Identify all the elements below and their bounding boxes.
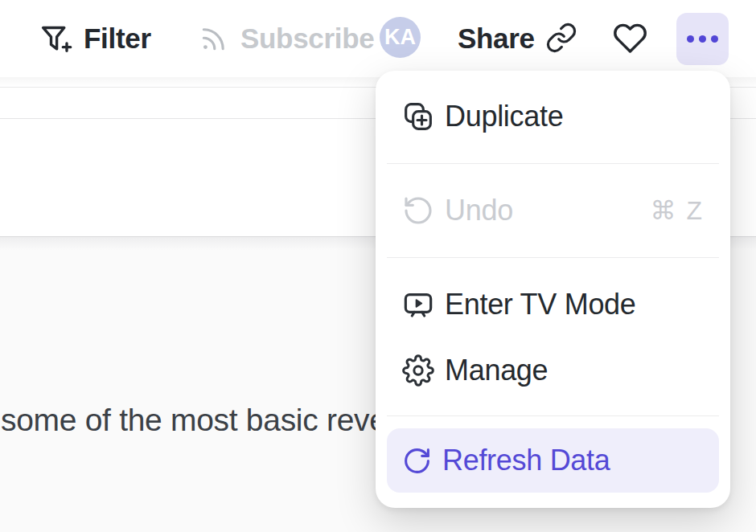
menu-divider — [387, 163, 719, 164]
subscribe-button[interactable]: Subscribe — [198, 18, 375, 59]
more-options-button[interactable] — [676, 13, 729, 65]
user-avatar[interactable]: KA — [380, 17, 421, 58]
undo-icon — [402, 194, 434, 227]
menu-item-label: Undo — [445, 194, 513, 227]
menu-item-label: Refresh Data — [442, 444, 610, 477]
rss-icon — [198, 23, 229, 55]
menu-item-duplicate[interactable]: Duplicate — [387, 84, 719, 149]
menu-divider — [387, 415, 719, 416]
keyboard-shortcut: ⌘ Z — [651, 195, 704, 226]
more-options-menu: Duplicate Undo ⌘ Z Enter TV M — [376, 71, 730, 508]
share-button[interactable]: Share — [458, 18, 535, 59]
link-icon — [545, 22, 577, 54]
menu-item-enter-tv-mode[interactable]: Enter TV Mode — [387, 272, 719, 338]
ellipsis-icon — [687, 35, 694, 43]
app-screen: some of the most basic revenue m Filter … — [0, 0, 756, 532]
copy-link-button[interactable] — [545, 22, 577, 54]
share-label: Share — [458, 23, 535, 55]
menu-item-refresh-data[interactable]: Refresh Data — [387, 428, 719, 493]
menu-item-label: Manage — [445, 354, 548, 387]
menu-item-undo[interactable]: Undo ⌘ Z — [387, 178, 719, 243]
refresh-icon — [402, 446, 432, 476]
duplicate-icon — [402, 100, 434, 133]
tv-icon — [402, 289, 434, 321]
filter-plus-icon — [38, 21, 74, 57]
menu-item-label: Enter TV Mode — [445, 288, 636, 321]
heart-icon — [613, 21, 647, 55]
subscribe-label: Subscribe — [240, 23, 375, 55]
filter-label: Filter — [84, 23, 151, 55]
menu-divider — [387, 257, 719, 258]
filter-button[interactable]: Filter — [38, 18, 151, 59]
menu-item-manage[interactable]: Manage — [387, 338, 719, 403]
favorite-button[interactable] — [613, 21, 647, 55]
gear-icon — [402, 354, 434, 387]
menu-item-label: Duplicate — [445, 100, 563, 133]
